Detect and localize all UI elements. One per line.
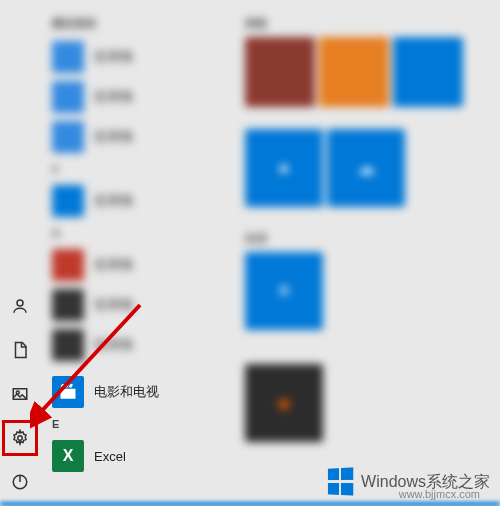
tile[interactable] bbox=[393, 37, 463, 107]
user-icon[interactable] bbox=[2, 288, 38, 324]
gear-icon bbox=[11, 429, 29, 447]
app-item-excel[interactable]: X Excel bbox=[40, 436, 240, 476]
app-item[interactable]: 应用项 bbox=[40, 117, 240, 157]
app-item[interactable]: 应用项 bbox=[40, 325, 240, 365]
svg-point-0 bbox=[17, 300, 23, 306]
settings-button[interactable] bbox=[2, 420, 38, 456]
tile[interactable]: ◆ bbox=[245, 364, 323, 442]
watermark: Windows系统之家 www.bjjmcx.com bbox=[327, 468, 490, 496]
clapper-icon bbox=[52, 376, 84, 408]
app-list-clear: 电影和电视 E X Excel bbox=[40, 372, 240, 476]
svg-point-3 bbox=[18, 436, 23, 441]
app-label: 电影和电视 bbox=[94, 383, 159, 401]
tile[interactable] bbox=[319, 37, 389, 107]
tile-group-label[interactable]: 生活 bbox=[245, 225, 500, 252]
excel-icon: X bbox=[52, 440, 84, 472]
app-item[interactable]: 应用项 bbox=[40, 77, 240, 117]
tile[interactable]: ☀ bbox=[245, 252, 323, 330]
start-menu: 最近添加 应用项 应用项 应用项 # 应用项 A 应用项 应用项 应用项 电影和… bbox=[0, 0, 500, 506]
app-item[interactable]: 应用项 bbox=[40, 285, 240, 325]
watermark-url: www.bjjmcx.com bbox=[399, 488, 480, 500]
tile[interactable] bbox=[245, 37, 315, 107]
section-header-e[interactable]: E bbox=[40, 412, 240, 436]
app-item[interactable]: 应用项 bbox=[40, 181, 240, 221]
tile[interactable]: ● bbox=[245, 129, 323, 207]
start-rail bbox=[0, 0, 40, 506]
section-header[interactable]: A bbox=[40, 221, 240, 245]
power-icon[interactable] bbox=[2, 464, 38, 500]
section-header[interactable]: # bbox=[40, 157, 240, 181]
app-item-movies-tv[interactable]: 电影和电视 bbox=[40, 372, 240, 412]
pictures-icon[interactable] bbox=[2, 376, 38, 412]
app-item[interactable]: 应用项 bbox=[40, 37, 240, 77]
windows-logo-icon bbox=[328, 467, 355, 496]
section-header[interactable]: 最近添加 bbox=[40, 10, 240, 37]
document-icon[interactable] bbox=[2, 332, 38, 368]
app-item[interactable]: 应用项 bbox=[40, 245, 240, 285]
tile[interactable]: ☁ bbox=[327, 129, 405, 207]
taskbar[interactable] bbox=[0, 502, 500, 506]
tiles-area: 浏览 ● ☁ 生活 ☀ ◆ bbox=[245, 0, 500, 506]
app-label: Excel bbox=[94, 449, 126, 464]
tile-group-label[interactable]: 浏览 bbox=[245, 10, 500, 37]
